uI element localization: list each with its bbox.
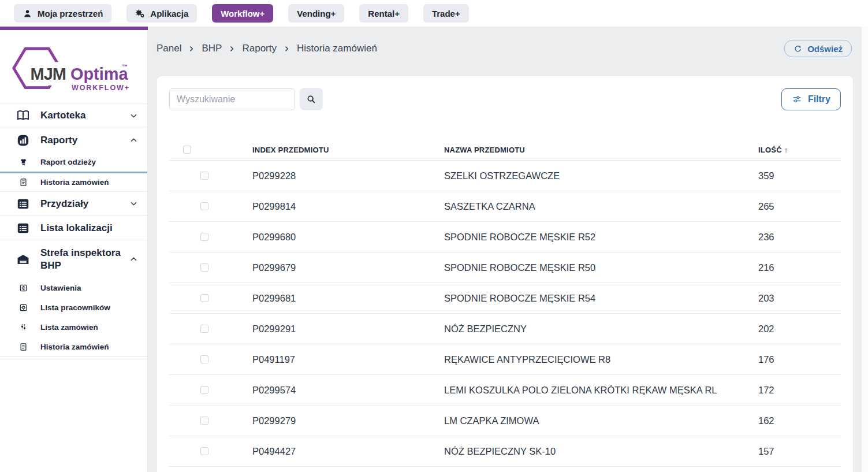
orders-table: INDEX PRZEDMIOTUNAZWA PRZEDMIOTUILOŚĆ↑ P… [169,139,841,467]
cell-index: P0494427 [252,446,444,457]
row-checkbox[interactable] [200,172,208,180]
topbar-item-workflow+[interactable]: Workflow+ [212,4,273,23]
table-row[interactable]: P0491197RĘKAWICE ANTYPRZECIĘCIOWE R8176 [169,344,841,375]
topbar-item-label: Workflow+ [221,9,265,18]
table-row[interactable]: P0299279LM CZAPKA ZIMOWA162 [169,406,841,436]
row-checkbox-cell [169,263,252,272]
row-checkbox[interactable] [200,386,208,394]
sidebar-item-label: Lista pracowników [40,303,138,312]
sidebar-menu: KartotekaRaportyRaport odzieżyHistoria z… [0,103,147,357]
cell-index: P0299680 [252,232,444,243]
cell-qty: 157 [758,446,841,457]
sidebar-item-label: Ustawienia [40,284,138,292]
row-checkbox[interactable] [200,202,208,210]
sidebar-item-label: Lista zamówień [40,323,138,332]
topbar-item-aplikacja[interactable]: Aplikacja [126,4,197,23]
breadcrumb-item-historia-zamówień[interactable]: Historia zamówień [297,43,377,54]
table-row[interactable]: P0299680SPODNIE ROBOCZE MĘSKIE R52236 [169,222,841,252]
sidebar-item-label: Raport odzieży [40,158,138,166]
table-row[interactable]: P0299574LEMI KOSZULKA POLO ZIELONA KRÓTK… [169,375,841,406]
table-row[interactable]: P0299814SASZETKA CZARNA265 [169,191,841,222]
search-button[interactable] [300,88,323,110]
sidebar-item-icon-slot [16,303,40,312]
cell-qty: 203 [758,293,841,304]
sidebar-item-przydziały[interactable]: Przydziały [0,191,147,215]
cell-qty: 202 [758,324,841,335]
table-row[interactable]: P0494427NÓŻ BEZPIECZNY SK-10157 [169,436,841,467]
breadcrumb-row: PanelBHPRaportyHistoria zamówień Odśwież [148,27,861,76]
filters-label: Filtry [808,94,830,105]
document-icon [19,343,28,351]
cell-index: P0299681 [252,293,444,304]
cell-index: P0299291 [252,324,444,335]
cell-index: P0299679 [252,262,444,273]
row-checkbox-cell [169,386,252,394]
cell-name: NÓŻ BEZPIECZNY SK-10 [444,446,758,457]
cell-qty: 162 [758,415,841,426]
filters-button[interactable]: Filtry [781,88,841,110]
sidebar-accent-bar [0,27,148,30]
sidebar-item-historia-zamówień[interactable]: Historia zamówień [0,337,147,356]
cell-index: P0299279 [252,415,444,426]
sidebar-item-raporty[interactable]: Raporty [0,128,147,152]
breadcrumb: PanelBHPRaportyHistoria zamówień [157,43,377,54]
refresh-icon [794,44,802,53]
chevron-right-icon [284,46,290,52]
breadcrumb-item-raporty[interactable]: Raporty [242,43,277,54]
sidebar-item-icon-slot [16,284,40,292]
row-checkbox[interactable] [200,355,208,363]
chevron-up-icon [129,255,138,263]
sidebar-item-icon-slot [16,221,40,235]
topbar-item-rental+[interactable]: Rental+ [359,4,408,23]
sidebar-item-label: Strefa inspektora BHP [40,247,129,272]
row-checkbox[interactable] [200,263,208,272]
row-checkbox[interactable] [200,233,208,241]
column-header-nazwa-przedmiotu[interactable]: NAZWA PRZEDMIOTU [444,146,758,154]
row-checkbox[interactable] [200,417,208,425]
sidebar-item-kartoteka[interactable]: Kartoteka [0,103,147,128]
cell-qty: 172 [758,385,841,396]
topbar-item-vending+[interactable]: Vending+ [288,4,344,23]
sidebar-item-historia-zamówień[interactable]: Historia zamówień [0,172,147,191]
topbar-item-trade+[interactable]: Trade+ [423,4,469,23]
search-input[interactable] [169,88,295,110]
table-row[interactable]: P0299681SPODNIE ROBOCZE MĘSKIE R54203 [169,283,841,314]
chevron-right-icon [188,46,195,52]
sidebar-item-strefa-inspektora-bhp[interactable]: Strefa inspektora BHP [0,240,147,278]
row-checkbox[interactable] [200,447,208,455]
select-all-checkbox[interactable] [183,146,191,154]
row-checkbox[interactable] [200,294,208,302]
app-logo: MJM Optima ™ WORKFLOW+ [9,42,132,94]
row-checkbox-cell [169,294,252,302]
breadcrumb-item-panel[interactable]: Panel [157,43,181,54]
table-row[interactable]: P0299679SPODNIE ROBOCZE MĘSKIE R50216 [169,252,841,283]
scrollbar[interactable] [861,27,868,472]
content-card: Filtry INDEX PRZEDMIOTUNAZWA PRZEDMIOTUI… [157,76,853,472]
sidebar-item-lista-lokalizacji[interactable]: Lista lokalizacji [0,215,147,240]
logo-mjm-text: MJM [31,65,66,83]
column-header-index-przedmiotu[interactable]: INDEX PRZEDMIOTU [252,146,444,154]
cell-qty: 359 [758,170,841,181]
table-body: P0299228SZELKI OSTRZEGAWCZE359P0299814SA… [169,161,841,467]
breadcrumb-item-bhp[interactable]: BHP [202,43,222,54]
column-header-ilość[interactable]: ILOŚĆ↑ [758,146,841,154]
refresh-label: Odśwież [807,44,843,54]
topbar-item-moja-przestrzeń[interactable]: Moja przestrzeń [14,4,111,23]
main-content: PanelBHPRaportyHistoria zamówień Odśwież [148,27,861,472]
sidebar-item-lista-zamówień[interactable]: Lista zamówień [0,317,147,337]
refresh-button[interactable]: Odśwież [784,40,852,57]
search-icon [306,94,316,105]
list-icon [16,197,30,211]
sidebar-item-raport-odzieży[interactable]: Raport odzieży [0,152,147,172]
cell-qty: 236 [758,232,841,243]
row-checkbox[interactable] [200,325,208,333]
sidebar-item-icon-slot [16,109,40,122]
topbar-item-label: Aplikacja [150,9,188,18]
table-row[interactable]: P0299228SZELKI OSTRZEGAWCZE359 [169,161,841,191]
sidebar-item-ustawienia[interactable]: Ustawienia [0,278,147,298]
column-header-label: ILOŚĆ [758,146,782,154]
logo-graphic: MJM Optima ™ WORKFLOW+ [9,42,132,94]
cell-name: LEMI KOSZULKA POLO ZIELONA KRÓTKI RĘKAW … [444,385,758,396]
table-row[interactable]: P0299291NÓŻ BEZPIECZNY202 [169,314,841,344]
sidebar-item-lista-pracowników[interactable]: Lista pracowników [0,298,147,317]
